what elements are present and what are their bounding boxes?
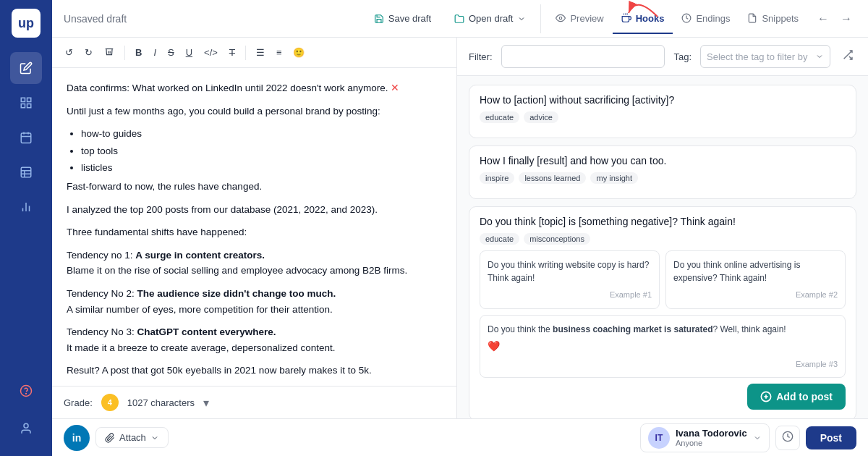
open-draft-label: Open draft xyxy=(469,13,513,24)
nav-back-button[interactable]: ← xyxy=(813,9,833,28)
hook-card-1: How to [action] without sacrificing [act… xyxy=(469,85,856,138)
underline-button[interactable]: U xyxy=(182,44,197,61)
redo-button[interactable]: ↻ xyxy=(80,44,97,61)
add-to-post-row: Add to post xyxy=(480,378,846,411)
bullet-list-button[interactable]: ☰ xyxy=(252,44,269,61)
editor-panel: ↺ ↻ B I S U </> T̶ ☰ ≡ 🙂 Data confirms xyxy=(52,38,457,418)
list-item: top tools xyxy=(81,143,442,159)
tab-preview[interactable]: Preview xyxy=(547,4,612,34)
bold-button[interactable]: B xyxy=(131,44,146,61)
tag-select-placeholder: Select the tag to filter by xyxy=(707,51,811,62)
editor-footer: Grade: 4 1027 characters ▾ xyxy=(52,386,456,418)
strikethrough-button[interactable]: S xyxy=(163,44,179,61)
list-item: how-to guides xyxy=(81,126,442,142)
example-text: Do you think the business coaching marke… xyxy=(488,323,838,336)
sidebar-item-grid[interactable] xyxy=(10,87,42,119)
post-button[interactable]: Post xyxy=(806,426,856,449)
sidebar-bottom xyxy=(10,375,42,447)
tab-preview-label: Preview xyxy=(570,13,603,24)
topbar-actions: Save draft Open draft xyxy=(365,9,535,28)
avatar: IT xyxy=(648,427,670,449)
editor-paragraph: Until just a few months ago, you could b… xyxy=(67,104,442,119)
hook-title-3: Do you think [topic] is [something negat… xyxy=(480,216,846,227)
hook-tags-3: educate misconceptions xyxy=(480,233,846,245)
italic-button[interactable]: I xyxy=(149,44,161,61)
emoji-button[interactable]: 🙂 xyxy=(289,44,309,61)
attach-button[interactable]: Attach xyxy=(95,427,169,448)
grade-badge: 4 xyxy=(101,394,119,411)
nav-arrows: ← → xyxy=(813,9,856,28)
sidebar-item-user[interactable] xyxy=(10,413,42,444)
hook-title-2: How I finally [result] and how you can t… xyxy=(480,155,846,166)
example-card-1: Do you think writing website copy is har… xyxy=(480,250,660,309)
content-split: ↺ ↻ B I S U </> T̶ ☰ ≡ 🙂 Data confirms xyxy=(52,38,868,418)
hook-card-2: How I finally [result] and how you can t… xyxy=(469,145,856,199)
svg-rect-0 xyxy=(21,98,25,101)
filter-input[interactable] xyxy=(501,45,665,68)
ordered-list-button[interactable]: ≡ xyxy=(272,44,286,61)
svg-rect-2 xyxy=(21,104,25,108)
hook-tag: misconceptions xyxy=(524,233,590,245)
example-label: Example #2 xyxy=(673,289,838,301)
bottom-bar: in Attach IT Ivana Todorovic Anyone Post xyxy=(52,418,868,456)
author-info: Ivana Todorovic Anyone xyxy=(676,428,747,447)
undo-button[interactable]: ↺ xyxy=(61,44,77,61)
filter-label: Filter: xyxy=(469,51,493,62)
svg-point-18 xyxy=(560,17,563,20)
attach-label: Attach xyxy=(119,432,146,443)
example-card-2: Do you think online advertising is expen… xyxy=(665,250,846,309)
filter-bar: Filter: Tag: Select the tag to filter by xyxy=(457,38,868,76)
sidebar-item-chart[interactable] xyxy=(10,191,42,223)
close-icon[interactable]: ✕ xyxy=(391,82,399,93)
open-draft-button[interactable]: Open draft xyxy=(446,9,535,28)
schedule-button[interactable] xyxy=(775,426,800,450)
linkedin-button[interactable]: in xyxy=(64,425,90,451)
svg-rect-4 xyxy=(21,133,31,143)
svg-rect-3 xyxy=(27,104,31,108)
char-count: 1027 characters xyxy=(127,397,195,408)
linkedin-label: in xyxy=(72,432,81,444)
chevron-down-icon xyxy=(753,434,762,442)
sidebar-item-table[interactable] xyxy=(10,156,42,188)
editor-toolbar: ↺ ↻ B I S U </> T̶ ☰ ≡ 🙂 xyxy=(52,38,456,68)
tab-endings[interactable]: Endings xyxy=(673,4,739,34)
nav-forward-button[interactable]: → xyxy=(836,9,856,28)
sidebar-item-edit[interactable] xyxy=(10,52,42,84)
author-sub: Anyone xyxy=(676,439,747,447)
list-item: listicles xyxy=(81,160,442,176)
add-to-post-button[interactable]: Add to post xyxy=(747,384,846,410)
sidebar-item-calendar[interactable] xyxy=(10,122,42,153)
hook-card-3: Do you think [topic] is [something negat… xyxy=(469,206,856,418)
author-area[interactable]: IT Ivana Todorovic Anyone xyxy=(640,423,770,452)
hook-tags-1: educate advice xyxy=(480,111,846,123)
hook-tag: lessons learned xyxy=(519,172,586,184)
editor-paragraph: Result? A post that got 50k eyeballs in … xyxy=(67,363,442,379)
svg-rect-8 xyxy=(21,167,31,177)
right-panel: Filter: Tag: Select the tag to filter by… xyxy=(457,38,868,418)
clear-format-button[interactable]: T̶ xyxy=(225,44,239,61)
app-logo: up xyxy=(12,9,41,38)
tag-select[interactable]: Select the tag to filter by xyxy=(700,45,830,68)
nav-tabs: Preview Hooks xyxy=(540,4,807,33)
editor-paragraph: I analyzed the top 200 posts from our da… xyxy=(67,202,442,218)
hook-tags-2: inspire lessons learned my insight xyxy=(480,172,846,184)
tab-hooks[interactable]: Hooks xyxy=(613,4,673,34)
editor-paragraph: Three fundamental shifts have happened: xyxy=(67,224,442,240)
hook-tag: advice xyxy=(524,111,558,123)
editor-paragraph: Tendency No 2: The audience size didn't … xyxy=(67,286,442,317)
hook-tag: my insight xyxy=(590,172,638,184)
editor-list: how-to guides top tools listicles xyxy=(67,126,442,176)
save-draft-button[interactable]: Save draft xyxy=(365,9,440,28)
code-button[interactable]: </> xyxy=(200,44,222,61)
hook-tag: educate xyxy=(480,111,519,123)
tab-snippets[interactable]: Snippets xyxy=(739,4,807,34)
editor-paragraph: Data confirms: What worked on LinkedIn u… xyxy=(67,80,442,96)
clear-button[interactable] xyxy=(100,43,119,62)
sidebar-item-help[interactable] xyxy=(10,375,42,407)
tab-endings-label: Endings xyxy=(696,13,730,24)
shuffle-button[interactable] xyxy=(839,46,856,67)
svg-rect-1 xyxy=(27,98,31,101)
char-caret-icon[interactable]: ▾ xyxy=(203,396,209,410)
editor-content[interactable]: Data confirms: What worked on LinkedIn u… xyxy=(52,68,456,386)
hook-tag: educate xyxy=(480,233,519,245)
